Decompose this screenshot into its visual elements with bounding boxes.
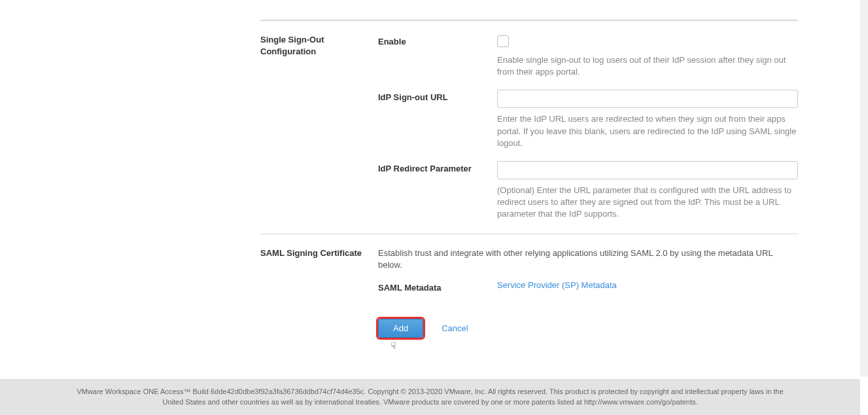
footer-text: VMware Workspace ONE Access™ Build 6dde4… bbox=[77, 388, 783, 405]
action-button-row: Add Cancel bbox=[260, 306, 798, 357]
saml-metadata-label: SAML Metadata bbox=[378, 280, 497, 293]
sp-metadata-link[interactable]: Service Provider (SP) Metadata bbox=[497, 280, 617, 290]
signout-url-help-text: Enter the IdP URL users are redirected t… bbox=[497, 113, 798, 149]
cancel-button[interactable]: Cancel bbox=[442, 323, 468, 333]
footer: VMware Workspace ONE Access™ Build 6dde4… bbox=[0, 379, 860, 415]
signout-url-input[interactable] bbox=[497, 90, 798, 108]
section-title-saml: SAML Signing Certificate bbox=[260, 247, 378, 293]
add-button[interactable]: Add bbox=[378, 319, 423, 338]
redirect-param-label: IdP Redirect Parameter bbox=[378, 161, 497, 221]
section-title-sso: Single Sign-Out Configuration bbox=[260, 34, 378, 221]
signout-url-label: IdP Sign-out URL bbox=[378, 90, 497, 149]
saml-description: Establish trust and integrate with other… bbox=[378, 247, 798, 271]
enable-label: Enable bbox=[378, 34, 497, 78]
section-single-sign-out: Single Sign-Out Configuration Enable Ena… bbox=[260, 20, 798, 234]
enable-help-text: Enable single sign-out to log users out … bbox=[497, 54, 798, 78]
scrollbar[interactable] bbox=[860, 0, 868, 376]
section-saml-cert: SAML Signing Certificate Establish trust… bbox=[260, 234, 798, 306]
form-container: Single Sign-Out Configuration Enable Ena… bbox=[0, 20, 798, 357]
enable-checkbox[interactable] bbox=[497, 35, 509, 47]
redirect-param-input[interactable] bbox=[497, 161, 798, 179]
redirect-param-help-text: (Optional) Enter the URL parameter that … bbox=[497, 185, 798, 221]
